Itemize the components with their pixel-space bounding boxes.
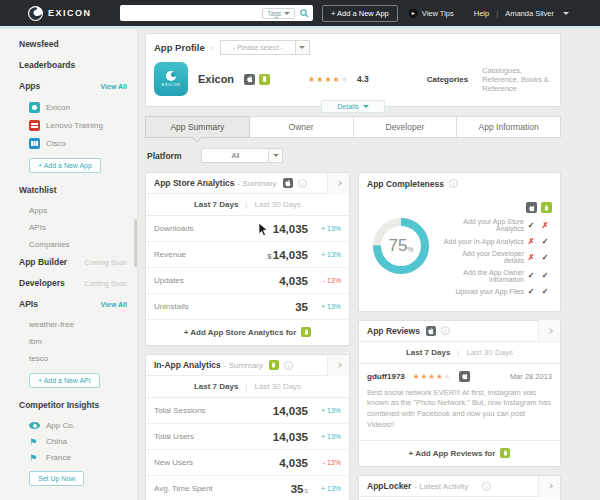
tab-developer[interactable]: Developer [353, 116, 458, 138]
apple-icon [244, 74, 255, 85]
add-new-app-button[interactable]: + Add a New App [322, 5, 398, 22]
api-ibm[interactable]: ibm [29, 337, 127, 346]
search-input[interactable] [124, 7, 262, 19]
add-app-store-analytics-link[interactable]: + Add App Store Analytics for [146, 320, 349, 345]
sidebar-item-apps[interactable]: Apps [19, 81, 40, 91]
sidebar-item-apis[interactable]: APIs [19, 299, 38, 309]
chevron-right-icon [547, 483, 553, 489]
sidebar-item-leaderboards[interactable]: Leaderboards [19, 60, 75, 70]
checklist-label: Add your Developer details [441, 250, 524, 264]
info-icon[interactable]: i [298, 179, 307, 188]
app-completeness-panel: App Completeness i 75% [358, 172, 561, 312]
cisco-app-icon [29, 138, 40, 149]
user-menu[interactable]: Amanda Silver [505, 9, 554, 18]
platform-select[interactable]: All [201, 148, 283, 163]
android-icon [301, 327, 311, 337]
tab-bar: App Summary Owner Developer App Informat… [145, 116, 561, 138]
tab-owner[interactable]: Owner [249, 116, 354, 138]
android-status-mark: ✗ [538, 221, 552, 230]
panel-expand-button[interactable] [538, 476, 560, 497]
view-tips-link[interactable]: ▸ View Tips [409, 9, 454, 18]
period-last-7-days[interactable]: Last 7 Days [406, 348, 450, 357]
watchlist-apps[interactable]: Apps [29, 206, 127, 215]
panel-expand-button[interactable] [538, 320, 560, 341]
sidebar-app-lenovo-training[interactable]: Lenovo Training [29, 120, 127, 131]
review-item: gduff1973 ★★★★★ Mar 28 2013 Best social … [359, 364, 560, 442]
metric-label: Revenue [154, 250, 267, 259]
competitor-app-co[interactable]: App Co. [29, 421, 127, 430]
ios-status-mark: ✓ [524, 221, 538, 230]
watchlist-apis[interactable]: APIs [29, 223, 127, 232]
user-menu-caret-icon[interactable] [563, 12, 569, 15]
details-toggle-button[interactable]: Details [321, 100, 385, 113]
api-tesco[interactable]: tesco [29, 354, 127, 363]
period-last-30-days[interactable]: Last 30 Days [466, 348, 513, 357]
sidebar-item-app-builder[interactable]: App Builder [19, 257, 67, 267]
android-icon [541, 202, 552, 213]
tab-app-summary[interactable]: App Summary [145, 116, 250, 138]
help-link[interactable]: Help [474, 9, 489, 18]
metric-row-avg-time-spent: Avg. Time Spent 35s + 13% [146, 476, 349, 500]
sidebar-item-developers[interactable]: Developers [19, 278, 65, 288]
platform-label: Platform [147, 151, 181, 161]
search-icon[interactable] [300, 9, 309, 18]
metric-delta: + 13% [308, 251, 341, 258]
panel-expand-button[interactable] [327, 355, 349, 376]
checklist-label: Add your In-App Analytics [441, 238, 524, 245]
app-icon-swirl [166, 71, 176, 81]
sidebar-scrollbar-thumb[interactable] [134, 219, 137, 267]
competitor-france[interactable]: ⚑France [29, 453, 127, 462]
categories-label: Categories [427, 75, 468, 84]
review-date: Mar 28 2013 [510, 372, 552, 381]
checklist-label: Add your App Store Analytics [441, 218, 524, 232]
sidebar-add-app-button[interactable]: + Add a New App [29, 158, 101, 173]
metric-row-revenue: Revenue $14,035 + 13% [146, 242, 349, 268]
period-last-30-days[interactable]: Last 30 Days [254, 382, 301, 391]
checklist-row: Add the App Owner Information✓✓ [441, 269, 552, 283]
sidebar-app-cisco[interactable]: Cisco [29, 138, 127, 149]
metric-value: $14,035 [267, 249, 308, 261]
sidebar: Newsfeed Leaderboards AppsView All Exico… [0, 29, 138, 500]
apis-view-all-link[interactable]: View All [101, 301, 127, 308]
panel-expand-button[interactable] [327, 173, 349, 194]
api-weather-free[interactable]: weather-free [29, 320, 127, 329]
categories-value: Catalogues, Reference, Books & Reference [482, 66, 552, 93]
metric-value: 35s [291, 483, 308, 495]
checklist-row: Add your Developer details✗✓ [441, 250, 552, 264]
metric-row-total-sessions: Total Sessions 14,035 + 13% [146, 398, 349, 424]
app-label: Exicon [46, 103, 70, 112]
info-icon[interactable]: i [441, 326, 450, 335]
sidebar-app-exicon[interactable]: Exicon [29, 102, 127, 113]
watchlist-companies[interactable]: Companies [29, 240, 127, 249]
apps-view-all-link[interactable]: View All [101, 83, 127, 90]
period-last-7-days[interactable]: Last 7 Days [194, 382, 238, 391]
tab-app-information[interactable]: App Information [456, 116, 561, 138]
tags-filter-dropdown[interactable]: Tags [262, 8, 295, 19]
metric-value: 14,035 [273, 431, 308, 443]
info-icon[interactable]: i [449, 179, 458, 188]
app-select-dropdown[interactable]: - Please select - [220, 40, 310, 55]
info-icon[interactable]: i [482, 482, 491, 491]
sidebar-item-newsfeed[interactable]: Newsfeed [19, 39, 59, 49]
apple-icon [459, 371, 470, 382]
competitor-china[interactable]: ⚑China [29, 437, 127, 446]
tags-label: Tags [267, 10, 281, 17]
footer-label: + Add App Store Analytics for [184, 328, 297, 337]
view-tips-icon: ▸ [409, 9, 418, 18]
period-last-30-days[interactable]: Last 30 Days [254, 200, 301, 209]
sidebar-item-competitor-insights[interactable]: Competitor Insights [19, 400, 99, 410]
period-divider: | [245, 200, 247, 209]
set-up-now-button[interactable]: Set Up Now [29, 471, 84, 486]
period-last-7-days[interactable]: Last 7 Days [194, 200, 238, 209]
brand-name: EXICON [48, 8, 92, 18]
metric-label: Total Users [154, 432, 273, 441]
flag-icon: ⚑ [29, 454, 40, 462]
exicon-logo[interactable]: EXICON [28, 6, 120, 21]
info-icon[interactable]: i [284, 361, 293, 370]
sidebar-item-watchlist[interactable]: Watchlist [19, 185, 56, 195]
coming-soon-badge: Coming Soon [85, 280, 127, 287]
panel-subtitle: - Latest Activity [414, 482, 468, 491]
app-store-analytics-panel: App Store Analytics - Summary i Last 7 D… [145, 172, 350, 346]
sidebar-add-api-button[interactable]: + Add a New API [29, 373, 100, 388]
add-app-reviews-link[interactable]: + Add App Reviews for [359, 441, 560, 466]
